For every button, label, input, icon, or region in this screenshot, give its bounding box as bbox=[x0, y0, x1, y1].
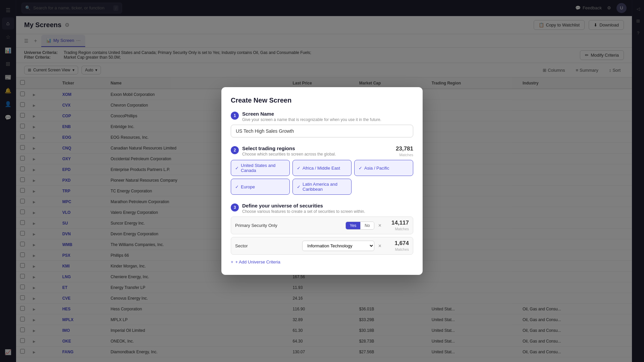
step1-badge: 1 bbox=[231, 112, 239, 120]
region-check-icon-5: ✓ bbox=[297, 184, 301, 189]
trading-regions-matches-label: Matches bbox=[399, 153, 413, 157]
region-asia-pacific[interactable]: ✓ Asia / Pacific bbox=[354, 160, 413, 176]
primary-security-matches: 14,117 Matches bbox=[385, 220, 409, 231]
create-screen-modal: Create New Screen 1 Screen Name Give you… bbox=[221, 87, 423, 275]
region-check-icon-2: ✓ bbox=[297, 166, 301, 171]
step3-desc: Choose various features to create a set … bbox=[242, 209, 413, 214]
region-europe[interactable]: ✓ Europe bbox=[231, 179, 290, 195]
step2-title: Select trading regions bbox=[242, 145, 386, 151]
yes-button[interactable]: Yes bbox=[346, 222, 361, 229]
step-trading-regions: 2 Select trading regions Choose which se… bbox=[231, 145, 413, 195]
sector-label: Sector bbox=[235, 243, 300, 248]
region-latin-america[interactable]: ✓ Latin America and Caribbean bbox=[292, 179, 352, 195]
region-grid: ✓ United States and Canada ✓ Africa / Mi… bbox=[231, 160, 413, 195]
region-us-canada[interactable]: ✓ United States and Canada bbox=[231, 160, 290, 176]
region-check-icon-3: ✓ bbox=[359, 166, 362, 171]
primary-security-matches-num: 14,117 bbox=[385, 220, 409, 226]
sector-select[interactable]: Information Technology bbox=[302, 241, 374, 251]
step2-badge: 2 bbox=[231, 146, 239, 154]
step-screen-name: 1 Screen Name Give your screen a name th… bbox=[231, 111, 413, 137]
sector-matches-label: Matches bbox=[395, 247, 409, 251]
step-universe: 3 Define your universe of securities Cho… bbox=[231, 203, 413, 266]
screen-name-input[interactable] bbox=[231, 125, 413, 137]
primary-security-label: Primary Security Only bbox=[235, 223, 343, 228]
plus-icon: + bbox=[231, 259, 233, 264]
region-check-icon-4: ✓ bbox=[235, 184, 239, 189]
sector-matches: 1,674 Matches bbox=[385, 240, 409, 252]
trading-regions-matches-num: 23,781 bbox=[390, 145, 413, 152]
step2-header: 2 Select trading regions Choose which se… bbox=[231, 145, 413, 157]
step1-header: 1 Screen Name Give your screen a name th… bbox=[231, 111, 413, 122]
sector-row: Sector Information Technology × 1,674 Ma… bbox=[231, 237, 413, 255]
step3-header: 3 Define your universe of securities Cho… bbox=[231, 203, 413, 214]
sector-remove-button[interactable]: × bbox=[377, 243, 383, 249]
step-filter: 4 Filter results by the following criter… bbox=[231, 275, 413, 275]
no-button[interactable]: No bbox=[360, 222, 374, 229]
modal-overlay: Create New Screen 1 Screen Name Give you… bbox=[0, 0, 644, 362]
step2-desc: Choose which securities to screen across… bbox=[242, 152, 386, 157]
sector-matches-num: 1,674 bbox=[385, 240, 409, 247]
step3-title: Define your universe of securities bbox=[242, 203, 413, 208]
add-universe-criteria-button[interactable]: + + Add Universe Criteria bbox=[231, 257, 280, 266]
step1-title: Screen Name bbox=[242, 111, 381, 117]
region-check-icon: ✓ bbox=[235, 166, 239, 171]
step1-desc: Give your screen a name that is recogniz… bbox=[242, 117, 381, 122]
step3-badge: 3 bbox=[231, 203, 239, 212]
trading-regions-matches: 23,781 Matches bbox=[390, 145, 413, 157]
modal-title: Create New Screen bbox=[231, 97, 413, 104]
primary-security-row: Primary Security Only Yes No × 14,117 Ma… bbox=[231, 217, 413, 234]
yes-no-group: Yes No bbox=[345, 222, 374, 230]
region-africa-me[interactable]: ✓ Africa / Middle East bbox=[292, 160, 352, 176]
step4-title: Filter results by the following criteria bbox=[242, 275, 368, 275]
step4-header: 4 Filter results by the following criter… bbox=[231, 275, 413, 275]
primary-security-matches-label: Matches bbox=[395, 227, 409, 231]
primary-security-remove-button[interactable]: × bbox=[377, 223, 383, 228]
